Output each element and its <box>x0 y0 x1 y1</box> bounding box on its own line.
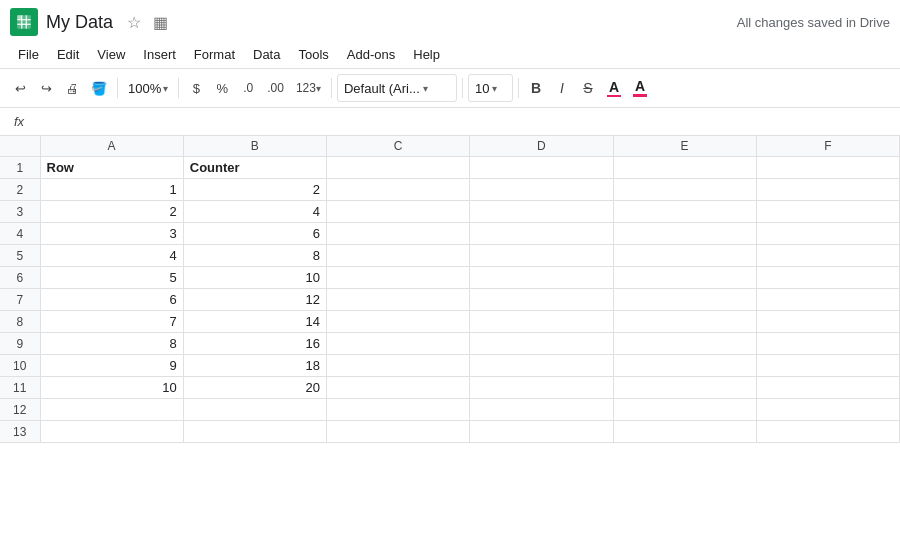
cell-e-7[interactable] <box>613 289 756 311</box>
col-header-f[interactable]: F <box>756 136 899 157</box>
underline-button[interactable]: A <box>602 74 626 102</box>
menu-help[interactable]: Help <box>405 45 448 64</box>
zoom-select[interactable]: 100% ▾ <box>123 79 173 98</box>
cell-f-13[interactable] <box>756 421 899 443</box>
cell-d-7[interactable] <box>470 289 613 311</box>
cell-a-2[interactable]: 1 <box>40 179 183 201</box>
cell-b-6[interactable]: 10 <box>183 267 326 289</box>
cell-a-13[interactable] <box>40 421 183 443</box>
cell-d-9[interactable] <box>470 333 613 355</box>
percent-button[interactable]: % <box>210 74 234 102</box>
cell-a-3[interactable]: 2 <box>40 201 183 223</box>
cell-c-13[interactable] <box>327 421 470 443</box>
row-num[interactable]: 4 <box>0 223 40 245</box>
cell-c-12[interactable] <box>327 399 470 421</box>
cell-e-3[interactable] <box>613 201 756 223</box>
star-icon[interactable]: ☆ <box>125 11 143 34</box>
row-num[interactable]: 3 <box>0 201 40 223</box>
print-button[interactable]: 🖨 <box>60 74 84 102</box>
row-num[interactable]: 10 <box>0 355 40 377</box>
undo-button[interactable]: ↩ <box>8 74 32 102</box>
cell-e-12[interactable] <box>613 399 756 421</box>
cell-c-10[interactable] <box>327 355 470 377</box>
row-num[interactable]: 11 <box>0 377 40 399</box>
cell-a-11[interactable]: 10 <box>40 377 183 399</box>
cell-a-10[interactable]: 9 <box>40 355 183 377</box>
row-num[interactable]: 9 <box>0 333 40 355</box>
row-num[interactable]: 1 <box>0 157 40 179</box>
redo-button[interactable]: ↪ <box>34 74 58 102</box>
folder-icon[interactable]: ▦ <box>151 11 170 34</box>
row-num[interactable]: 8 <box>0 311 40 333</box>
cell-d-6[interactable] <box>470 267 613 289</box>
cell-b-5[interactable]: 8 <box>183 245 326 267</box>
cell-a-12[interactable] <box>40 399 183 421</box>
cell-e-2[interactable] <box>613 179 756 201</box>
cell-b-4[interactable]: 6 <box>183 223 326 245</box>
cell-d-8[interactable] <box>470 311 613 333</box>
cell-b-10[interactable]: 18 <box>183 355 326 377</box>
col-header-a[interactable]: A <box>40 136 183 157</box>
menu-insert[interactable]: Insert <box>135 45 184 64</box>
font-color-button[interactable]: A <box>628 74 652 102</box>
cell-c-8[interactable] <box>327 311 470 333</box>
more-formats-button[interactable]: 123 ▾ <box>291 74 326 102</box>
row-num[interactable]: 12 <box>0 399 40 421</box>
col-header-d[interactable]: D <box>470 136 613 157</box>
cell-c-5[interactable] <box>327 245 470 267</box>
cell-f-7[interactable] <box>756 289 899 311</box>
col-header-c[interactable]: C <box>327 136 470 157</box>
currency-button[interactable]: $ <box>184 74 208 102</box>
cell-d-1[interactable] <box>470 157 613 179</box>
font-size-select[interactable]: 10 ▾ <box>468 74 513 102</box>
cell-f-10[interactable] <box>756 355 899 377</box>
row-num[interactable]: 5 <box>0 245 40 267</box>
doc-title[interactable]: My Data <box>46 12 113 33</box>
cell-a-9[interactable]: 8 <box>40 333 183 355</box>
cell-d-10[interactable] <box>470 355 613 377</box>
menu-data[interactable]: Data <box>245 45 288 64</box>
formula-input[interactable] <box>36 112 892 131</box>
cell-d-12[interactable] <box>470 399 613 421</box>
menu-format[interactable]: Format <box>186 45 243 64</box>
cell-e-8[interactable] <box>613 311 756 333</box>
cell-b-13[interactable] <box>183 421 326 443</box>
cell-c-4[interactable] <box>327 223 470 245</box>
cell-f-1[interactable] <box>756 157 899 179</box>
cell-d-3[interactable] <box>470 201 613 223</box>
menu-addons[interactable]: Add-ons <box>339 45 403 64</box>
cell-e-6[interactable] <box>613 267 756 289</box>
cell-d-13[interactable] <box>470 421 613 443</box>
cell-f-3[interactable] <box>756 201 899 223</box>
cell-d-11[interactable] <box>470 377 613 399</box>
cell-f-4[interactable] <box>756 223 899 245</box>
bold-button[interactable]: B <box>524 74 548 102</box>
decimal00-button[interactable]: .00 <box>262 74 289 102</box>
cell-c-7[interactable] <box>327 289 470 311</box>
row-num[interactable]: 6 <box>0 267 40 289</box>
row-num[interactable]: 13 <box>0 421 40 443</box>
cell-e-4[interactable] <box>613 223 756 245</box>
cell-f-8[interactable] <box>756 311 899 333</box>
cell-a-4[interactable]: 3 <box>40 223 183 245</box>
cell-b-2[interactable]: 2 <box>183 179 326 201</box>
decimal0-button[interactable]: .0 <box>236 74 260 102</box>
cell-e-10[interactable] <box>613 355 756 377</box>
cell-b-12[interactable] <box>183 399 326 421</box>
cell-a-8[interactable]: 7 <box>40 311 183 333</box>
cell-b-3[interactable]: 4 <box>183 201 326 223</box>
cell-e-13[interactable] <box>613 421 756 443</box>
cell-b-8[interactable]: 14 <box>183 311 326 333</box>
strikethrough-button[interactable]: S <box>576 74 600 102</box>
cell-f-5[interactable] <box>756 245 899 267</box>
cell-d-5[interactable] <box>470 245 613 267</box>
cell-a-1[interactable]: Row <box>40 157 183 179</box>
row-num[interactable]: 7 <box>0 289 40 311</box>
cell-b-11[interactable]: 20 <box>183 377 326 399</box>
cell-c-2[interactable] <box>327 179 470 201</box>
cell-b-7[interactable]: 12 <box>183 289 326 311</box>
italic-button[interactable]: I <box>550 74 574 102</box>
cell-f-12[interactable] <box>756 399 899 421</box>
menu-edit[interactable]: Edit <box>49 45 87 64</box>
menu-tools[interactable]: Tools <box>290 45 336 64</box>
